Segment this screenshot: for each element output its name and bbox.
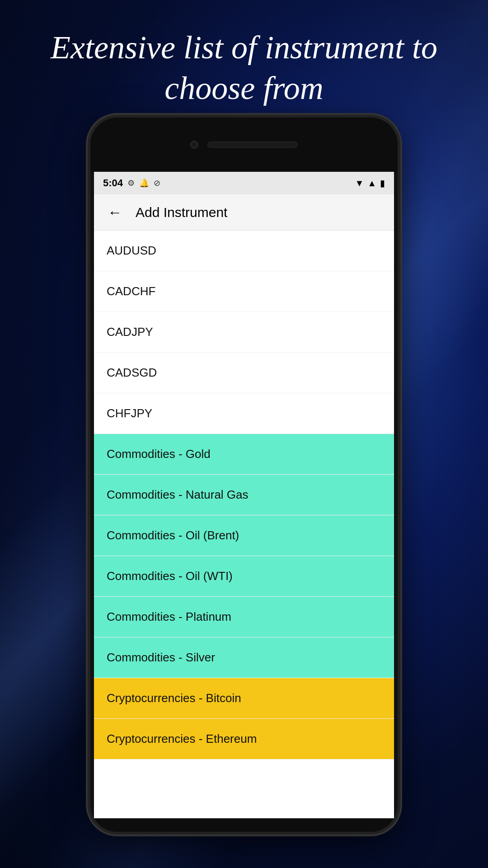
status-time: 5:04 bbox=[103, 177, 123, 189]
list-item[interactable]: Commodities - Oil (Brent) bbox=[94, 515, 394, 556]
phone-bottom bbox=[90, 818, 398, 832]
list-item-text: Commodities - Natural Gas bbox=[107, 488, 249, 502]
list-item[interactable]: CADCHF bbox=[94, 271, 394, 312]
list-item[interactable]: CADJPY bbox=[94, 312, 394, 353]
phone-shell: 5:04 ⚙ 🔔 ⊘ ▼ ▲ ▮ ← Add Instrument AUDUSD… bbox=[90, 118, 398, 832]
list-item-text: Commodities - Oil (Brent) bbox=[107, 528, 239, 542]
list-item-text: Commodities - Gold bbox=[107, 447, 211, 461]
notification-icon: 🔔 bbox=[139, 178, 149, 188]
wifi-icon: ▼ bbox=[355, 178, 364, 189]
list-item-text: CADSGD bbox=[107, 366, 157, 380]
list-item[interactable]: Commodities - Gold bbox=[94, 434, 394, 475]
tagline-text: Extensive list of instrument to choose f… bbox=[27, 27, 461, 108]
tagline-section: Extensive list of instrument to choose f… bbox=[0, 27, 488, 108]
list-item-text: Commodities - Platinum bbox=[107, 610, 231, 624]
list-item-text: CADCHF bbox=[107, 284, 155, 298]
status-bar: 5:04 ⚙ 🔔 ⊘ ▼ ▲ ▮ bbox=[94, 172, 394, 194]
list-item-text: Commodities - Silver bbox=[107, 651, 215, 665]
list-item[interactable]: Commodities - Oil (WTI) bbox=[94, 556, 394, 597]
battery-icon: ▮ bbox=[380, 178, 385, 189]
app-bar-title: Add Instrument bbox=[136, 205, 227, 220]
list-item[interactable]: CHFJPY bbox=[94, 393, 394, 434]
list-item-text: AUDUSD bbox=[107, 244, 156, 258]
list-item[interactable]: Commodities - Silver bbox=[94, 637, 394, 678]
dnd-icon: ⊘ bbox=[154, 178, 160, 188]
list-item-text: CADJPY bbox=[107, 325, 153, 339]
list-item[interactable]: AUDUSD bbox=[94, 231, 394, 271]
phone-top bbox=[90, 118, 398, 172]
list-item[interactable]: Cryptocurrencies - Bitcoin bbox=[94, 678, 394, 719]
settings-icon: ⚙ bbox=[127, 178, 135, 188]
app-bar: ← Add Instrument bbox=[94, 194, 394, 231]
list-item[interactable]: Cryptocurrencies - Ethereum bbox=[94, 719, 394, 760]
speaker-bar bbox=[207, 142, 298, 148]
front-camera bbox=[190, 141, 198, 149]
list-item[interactable]: Commodities - Natural Gas bbox=[94, 475, 394, 515]
status-icons: ⚙ 🔔 ⊘ bbox=[127, 178, 160, 188]
list-item[interactable]: Commodities - Platinum bbox=[94, 597, 394, 637]
list-item-text: CHFJPY bbox=[107, 406, 152, 420]
signal-icon: ▲ bbox=[367, 178, 376, 189]
status-right-icons: ▼ ▲ ▮ bbox=[355, 178, 385, 189]
back-button[interactable]: ← bbox=[103, 199, 127, 225]
list-item[interactable]: CADSGD bbox=[94, 353, 394, 393]
list-item-text: Cryptocurrencies - Ethereum bbox=[107, 732, 257, 746]
phone-screen: 5:04 ⚙ 🔔 ⊘ ▼ ▲ ▮ ← Add Instrument AUDUSD… bbox=[94, 172, 394, 818]
list-item-text: Cryptocurrencies - Bitcoin bbox=[107, 691, 241, 705]
list-item-text: Commodities - Oil (WTI) bbox=[107, 569, 233, 583]
instrument-list: AUDUSDCADCHFCADJPYCADSGDCHFJPYCommoditie… bbox=[94, 231, 394, 818]
